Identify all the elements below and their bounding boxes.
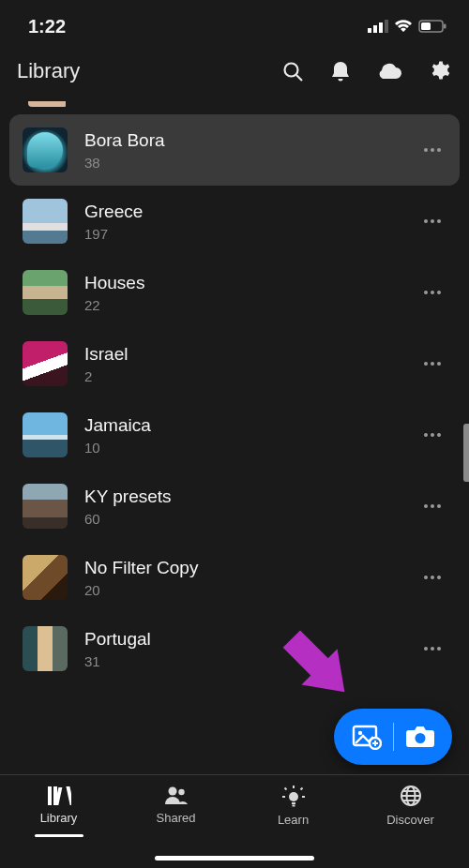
more-icon [424, 504, 441, 508]
album-title: KY presets [84, 486, 401, 507]
album-text: Jamaica 10 [84, 415, 401, 456]
album-more-button[interactable] [418, 142, 446, 157]
album-row-israel[interactable]: Israel 2 [9, 328, 460, 399]
album-more-button[interactable] [418, 570, 446, 585]
album-count: 2 [84, 368, 401, 384]
album-row-bora-bora[interactable]: Bora Bora 38 [9, 114, 460, 186]
album-thumbnail [23, 626, 68, 671]
globe-icon [400, 785, 422, 807]
album-more-button[interactable] [418, 356, 446, 371]
status-time: 1:22 [28, 16, 66, 37]
svg-point-14 [415, 733, 425, 743]
svg-rect-1 [373, 25, 377, 33]
more-icon [424, 576, 441, 579]
search-button[interactable] [281, 60, 304, 82]
svg-point-7 [285, 64, 298, 77]
album-title: Israel [84, 344, 401, 365]
album-title: No Filter Copy [84, 558, 401, 578]
bottom-nav: Library Shared Learn Discover [0, 774, 469, 868]
album-row-greece[interactable]: Greece 197 [9, 186, 460, 257]
gear-icon [430, 60, 452, 82]
open-camera-button[interactable] [405, 725, 435, 749]
nav-underline [35, 834, 83, 837]
album-title: Bora Bora [84, 130, 401, 151]
header-actions [281, 60, 452, 82]
more-icon [424, 647, 441, 651]
scroll-indicator[interactable] [463, 424, 469, 482]
svg-rect-15 [48, 786, 52, 805]
album-text: Portugal 31 [84, 629, 401, 669]
fab-divider [393, 723, 394, 751]
svg-line-8 [296, 75, 302, 81]
album-list[interactable]: Bora Bora 38 Greece 197 Houses 22 Israel… [0, 101, 469, 684]
svg-point-12 [357, 731, 361, 735]
svg-point-21 [289, 792, 298, 801]
app-header: Library [0, 47, 469, 101]
camera-icon [405, 725, 435, 749]
album-row-ky-presets[interactable]: KY presets 60 [9, 471, 460, 542]
album-count: 60 [84, 511, 401, 527]
album-more-button[interactable] [418, 214, 446, 229]
album-count: 38 [84, 155, 401, 171]
nav-discover[interactable]: Discover [352, 785, 469, 868]
cloud-icon [377, 62, 403, 81]
album-row-houses[interactable]: Houses 22 [9, 257, 460, 328]
album-thumbnail [23, 127, 68, 172]
album-thumbnail [23, 270, 68, 315]
album-title: Portugal [84, 629, 401, 650]
album-thumbnail [23, 341, 68, 386]
svg-rect-5 [421, 22, 431, 30]
nav-library[interactable]: Library [0, 785, 117, 868]
album-title: Greece [84, 202, 401, 222]
album-text: KY presets 60 [84, 486, 401, 527]
nav-label: Library [40, 811, 78, 825]
add-fab [334, 709, 452, 765]
page-title: Library [17, 59, 281, 83]
album-count: 10 [84, 440, 401, 456]
album-row-portugal[interactable]: Portugal 31 [9, 613, 460, 684]
svg-rect-0 [368, 28, 371, 33]
people-icon [164, 785, 189, 805]
album-text: Greece 197 [84, 202, 401, 242]
album-text: Bora Bora 38 [84, 130, 401, 171]
album-title: Jamaica [84, 415, 401, 436]
status-icons [368, 20, 446, 33]
battery-icon [418, 20, 446, 33]
partial-prev-row [28, 101, 68, 107]
album-count: 22 [84, 297, 401, 313]
more-icon [424, 219, 441, 223]
library-icon [47, 785, 71, 805]
album-more-button[interactable] [418, 641, 446, 656]
import-photos-button[interactable] [352, 724, 382, 750]
album-count: 197 [84, 226, 401, 242]
more-icon [424, 148, 441, 152]
nav-label: Shared [157, 811, 196, 825]
svg-rect-6 [444, 24, 446, 29]
album-more-button[interactable] [418, 499, 446, 514]
svg-point-20 [178, 789, 184, 795]
image-plus-icon [352, 724, 382, 750]
album-title: Houses [84, 273, 401, 293]
svg-rect-2 [379, 22, 383, 33]
album-row-no-filter-copy[interactable]: No Filter Copy 20 [9, 542, 460, 613]
album-text: Israel 2 [84, 344, 401, 384]
cloud-button[interactable] [377, 62, 403, 81]
status-bar: 1:22 [0, 0, 469, 47]
more-icon [424, 362, 441, 366]
search-icon [281, 60, 304, 82]
album-count: 31 [84, 653, 401, 669]
album-thumbnail [23, 412, 68, 457]
album-more-button[interactable] [418, 427, 446, 442]
lightbulb-icon [281, 785, 306, 807]
album-row-jamaica[interactable]: Jamaica 10 [9, 399, 460, 471]
album-text: No Filter Copy 20 [84, 558, 401, 598]
notifications-button[interactable] [330, 60, 351, 82]
album-text: Houses 22 [84, 273, 401, 313]
album-thumbnail [23, 484, 68, 529]
more-icon [424, 291, 441, 294]
album-count: 20 [84, 582, 401, 598]
cellular-icon [368, 20, 388, 33]
album-more-button[interactable] [418, 285, 446, 300]
settings-button[interactable] [430, 60, 452, 82]
svg-rect-18 [66, 786, 71, 805]
